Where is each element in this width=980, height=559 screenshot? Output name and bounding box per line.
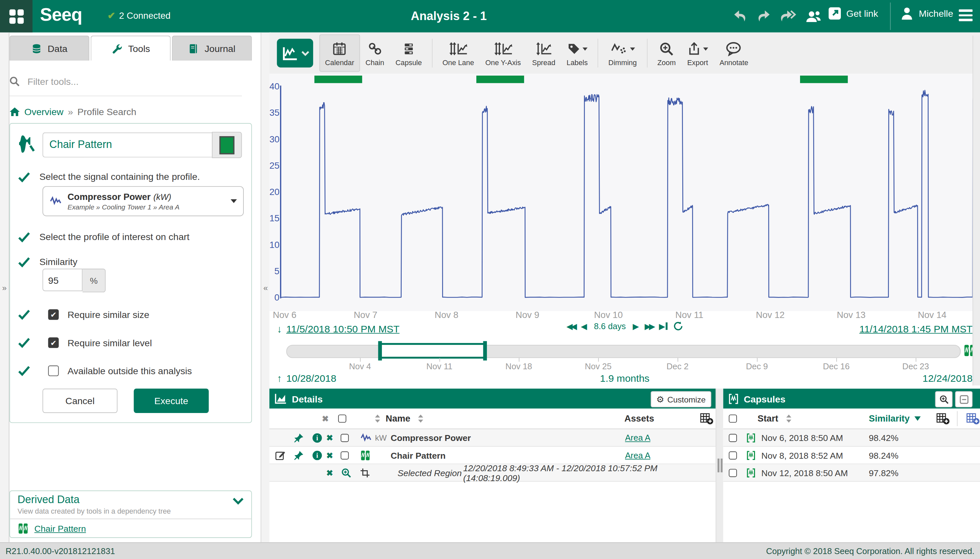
toolbar-item-export[interactable]: Export (681, 35, 714, 72)
timeline-handle-left[interactable] (378, 341, 382, 361)
column-assets-header[interactable]: Assets (624, 413, 654, 423)
remove-icon[interactable]: ✖ (326, 450, 333, 460)
details-row-compressor-power[interactable]: i✖kWCompressor PowerArea A (270, 429, 716, 447)
toolbar-item-labels[interactable]: Labels (561, 35, 593, 72)
info-icon[interactable]: i (313, 450, 322, 460)
tool-name-input[interactable] (43, 132, 212, 157)
toolbar-item-annotate[interactable]: Annotate (714, 35, 754, 72)
refresh-icon[interactable] (673, 321, 683, 331)
get-link-button[interactable]: Get link (828, 6, 878, 21)
range-duration[interactable]: 8.6 days (594, 322, 626, 331)
remove-icon[interactable]: ✖ (326, 433, 333, 443)
add-stat-column-icon[interactable] (966, 412, 980, 425)
asset-link[interactable]: Area A (625, 433, 651, 443)
trend-chart[interactable]: 0510152025303540 (270, 74, 980, 311)
info-icon[interactable]: i (313, 433, 322, 443)
edit-icon[interactable] (275, 450, 286, 460)
connection-status[interactable]: ✔ 2 Connected (108, 10, 171, 21)
investigate-duration[interactable]: 1.9 months (600, 373, 649, 384)
tab-tools[interactable]: Tools (91, 35, 171, 61)
app-grid-button[interactable] (0, 0, 33, 33)
cancel-button[interactable]: Cancel (43, 389, 118, 413)
row-checkbox[interactable] (341, 451, 349, 459)
select-all-checkbox[interactable] (729, 415, 737, 423)
toolbar-items: CalendarChainCapsuleOne LaneOne Y-AxisSp… (319, 35, 754, 72)
similarity-input[interactable] (43, 269, 83, 291)
remove-all-icon[interactable]: ✖ (322, 414, 329, 423)
signal-select-dropdown[interactable]: Compressor Power (kW) Example » Cooling … (43, 186, 244, 216)
remove-icon[interactable]: ✖ (326, 468, 333, 478)
users-button[interactable] (803, 6, 823, 26)
row-checkbox[interactable] (729, 451, 737, 459)
tab-data[interactable]: Data (10, 35, 89, 61)
zoom-in-icon[interactable] (341, 468, 351, 478)
toolbar-item-dimming[interactable]: Dimming (603, 35, 642, 72)
derived-item-chair-pattern[interactable]: Chair Pattern (17, 523, 86, 534)
crop-icon[interactable] (360, 468, 370, 478)
undo-button[interactable] (730, 6, 750, 26)
toolbar-item-one-lane[interactable]: One Lane (437, 35, 480, 72)
toolbar-item-chain[interactable]: Chain (360, 35, 390, 72)
step-forward-fast-button[interactable]: ▶▶ (644, 322, 653, 331)
filter-tools-input[interactable] (26, 75, 217, 87)
sort-icon[interactable] (374, 414, 381, 423)
checkbox-require-similar-level[interactable]: ✔ (48, 337, 58, 348)
details-row-selected-region[interactable]: ✖Selected Region12/20/2018 8:49:33 AM - … (270, 464, 716, 482)
breadcrumb-overview[interactable]: Overview (24, 106, 63, 117)
tab-journal[interactable]: Journal (172, 35, 252, 61)
seeq-logo[interactable]: Seeq (40, 4, 82, 25)
capsule-row[interactable]: Nov 6, 2018 8:50 AM98.42% (723, 429, 980, 447)
info-icon: i (313, 433, 322, 443)
toolbar-item-spread[interactable]: Spread (526, 35, 561, 72)
capsules-zoom-button[interactable] (935, 391, 952, 407)
sidebar-collapse-rail[interactable]: » (0, 33, 10, 542)
column-similarity-header[interactable]: Similarity (869, 413, 910, 423)
forward-history-button[interactable] (778, 6, 798, 26)
sort-icon[interactable] (417, 414, 424, 423)
investigate-end-date[interactable]: 12/24/2018 (922, 373, 972, 384)
add-column-icon[interactable] (935, 412, 950, 425)
collapse-derived-button[interactable] (233, 497, 244, 505)
gear-icon: ⚙ (656, 394, 664, 404)
chart-scrollbar[interactable] (972, 35, 980, 385)
hamburger-menu-button[interactable] (959, 10, 973, 21)
toolbar-item-zoom[interactable]: Zoom (652, 35, 681, 72)
pin-icon[interactable] (294, 450, 304, 460)
timeline-selected-window[interactable] (380, 343, 485, 359)
range-end-link[interactable]: 11/14/2018 1:45 PM MST (859, 324, 972, 334)
redo-button[interactable] (754, 6, 774, 26)
user-menu[interactable]: Michelle (900, 6, 954, 20)
toolbar-item-capsule[interactable]: Capsule (390, 35, 427, 72)
toolbar-item-calendar[interactable]: Calendar (319, 35, 360, 72)
user-icon (900, 6, 914, 20)
details-row-chair-pattern[interactable]: i✖Chair PatternArea A (270, 447, 716, 464)
sort-icon[interactable] (786, 414, 792, 423)
checkbox-available-outside[interactable] (48, 366, 58, 376)
details-header: Details ⚙ Customize (270, 389, 716, 409)
step-back-button[interactable]: ◀ (581, 322, 587, 331)
step-check-icon (17, 337, 31, 348)
customize-button[interactable]: ⚙ Customize (651, 391, 711, 407)
column-name-header[interactable]: Name (386, 413, 410, 423)
execute-button[interactable]: Execute (134, 389, 209, 413)
step-back-fast-button[interactable]: ◀◀ (566, 322, 575, 331)
step-to-end-button[interactable]: ▶ (659, 322, 667, 331)
capsule-row[interactable]: Nov 12, 2018 8:50 AM97.82% (723, 464, 980, 482)
column-start-header[interactable]: Start (758, 413, 778, 423)
capsule-row[interactable]: Nov 8, 2018 8:52 AM98.24% (723, 447, 980, 464)
capsules-collapse-button[interactable] (955, 391, 972, 407)
select-all-checkbox[interactable] (338, 415, 346, 423)
view-mode-button[interactable] (277, 39, 313, 68)
checkbox-require-similar-size[interactable]: ✔ (48, 309, 58, 320)
row-checkbox[interactable] (729, 468, 737, 477)
pin-icon[interactable] (294, 433, 304, 443)
timeline-tick-label: Dec 16 (823, 362, 850, 371)
row-checkbox[interactable] (341, 434, 349, 442)
color-swatch-button[interactable] (212, 132, 242, 158)
add-column-icon[interactable] (699, 412, 714, 425)
timeline-handle-right[interactable] (483, 341, 487, 361)
row-checkbox[interactable] (729, 434, 737, 442)
toolbar-item-one-y-axis[interactable]: One Y-Axis (480, 35, 526, 72)
step-forward-button[interactable]: ▶ (632, 322, 639, 331)
asset-link[interactable]: Area A (625, 450, 651, 460)
